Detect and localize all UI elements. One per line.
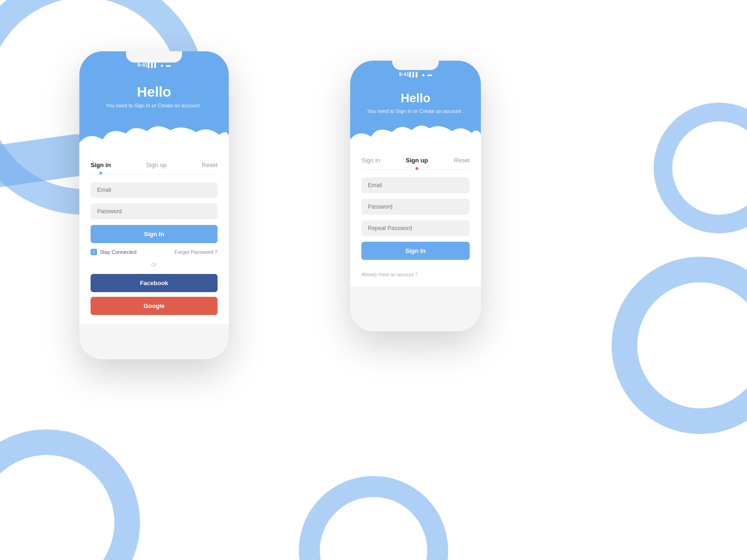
signin-button-left[interactable]: Sign In	[91, 225, 218, 243]
forgot-password-link[interactable]: Forgot Password ?	[175, 249, 218, 255]
google-button[interactable]: Google	[91, 297, 218, 315]
phone-left-hello-subtitle: You need to Sign In or Create an account…	[106, 103, 203, 108]
bg-arc-right-middle	[612, 257, 747, 434]
phone-left-notch	[126, 51, 182, 63]
bg-arc-bottom-left	[0, 429, 140, 560]
tab-signin-right[interactable]: Sign in	[361, 157, 380, 166]
tab-signup-left[interactable]: Sign up	[146, 161, 167, 170]
wifi-icon: ▲	[160, 63, 164, 68]
phone-right-notch	[392, 61, 439, 70]
phone-left: 9:41 ▌▌▌ ▲ ▬ Hello You need to Sign In o…	[79, 51, 229, 359]
email-field-right[interactable]	[361, 177, 470, 193]
bg-arc-right-top	[654, 103, 747, 233]
phone-right-time: 9:41	[399, 71, 409, 77]
password-field-right[interactable]	[361, 199, 470, 215]
phone-right-hello-subtitle: You need to Sign In or Create an account…	[367, 108, 464, 114]
repeat-password-field-right[interactable]	[361, 220, 470, 236]
stay-connected-group: ✓ Stay Connected	[91, 249, 136, 255]
tab-signup-right[interactable]: Sign up	[406, 157, 428, 166]
signal-icon: ▌▌▌	[148, 63, 157, 68]
form-options-row: ✓ Stay Connected Forgot Password ?	[91, 249, 218, 255]
tab-signin-left[interactable]: Sign in	[91, 161, 111, 170]
tab-reset-right[interactable]: Reset	[454, 157, 470, 166]
email-field-left[interactable]	[91, 182, 218, 198]
stay-connected-checkbox[interactable]: ✓	[91, 249, 97, 255]
password-field-left[interactable]	[91, 203, 218, 219]
phone-right-container: 9:41 ▌▌▌ ▲ ▬ Hello You need to Sign In o…	[350, 61, 481, 331]
phone-left-container: 9:41 ▌▌▌ ▲ ▬ Hello You need to Sign In o…	[79, 51, 229, 359]
stay-connected-label: Stay Connected	[100, 249, 136, 255]
phone-left-time: 9:41	[137, 62, 148, 68]
battery-icon-right: ▬	[428, 72, 432, 77]
already-account-text: Already Have an account ?	[361, 272, 470, 277]
phone-right-hello-title: Hello	[401, 91, 430, 105]
tab-reset-left[interactable]: Reset	[202, 161, 218, 170]
phone-left-tabs: Sign in Sign up Reset	[91, 154, 218, 175]
or-divider: Or	[91, 262, 218, 267]
phone-left-hello-title: Hello	[137, 84, 171, 100]
phone-right-body: Sign in Sign up Reset Sign In Already Ha…	[350, 149, 481, 287]
signin-button-right[interactable]: Sign In	[361, 242, 470, 260]
phone-right-tabs: Sign in Sign up Reset	[361, 149, 470, 170]
phone-right-header: 9:41 ▌▌▌ ▲ ▬ Hello You need to Sign In o…	[350, 61, 481, 149]
phone-left-header: 9:41 ▌▌▌ ▲ ▬ Hello You need to Sign In o…	[79, 51, 229, 154]
facebook-button[interactable]: Facebook	[91, 274, 218, 292]
phone-right-cloud	[350, 122, 481, 150]
phone-right-status-icons: ▌▌▌ ▲ ▬	[409, 72, 432, 77]
phone-left-status-icons: ▌▌▌ ▲ ▬	[148, 63, 170, 68]
phone-left-cloud	[79, 122, 229, 154]
signal-icon-right: ▌▌▌	[409, 72, 419, 77]
battery-icon: ▬	[166, 63, 171, 68]
wifi-icon-right: ▲	[421, 72, 426, 77]
bg-arc-bottom-center	[299, 476, 448, 560]
phone-left-body: Sign in Sign up Reset Sign In ✓ Stay Con…	[79, 154, 229, 324]
phone-right: 9:41 ▌▌▌ ▲ ▬ Hello You need to Sign In o…	[350, 61, 481, 331]
